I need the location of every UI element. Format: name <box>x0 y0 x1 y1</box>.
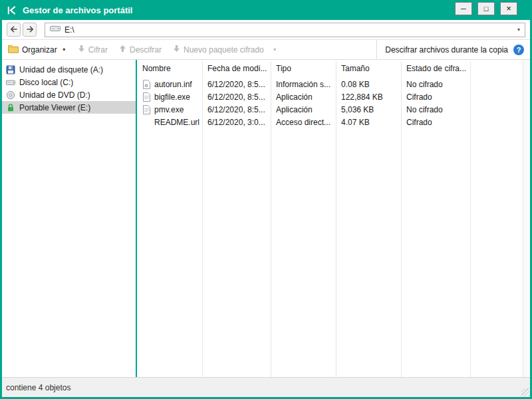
copy-option-label: Descifrar archivos durante la copia <box>385 45 508 55</box>
new-package-label: Nuevo paquete cifrado <box>184 45 264 55</box>
organize-caret-icon: ▼ <box>62 47 66 52</box>
forward-button[interactable] <box>23 23 37 37</box>
decrypt-label: Descifrar <box>130 45 162 55</box>
column-header[interactable]: Tamaño <box>341 60 370 77</box>
vertical-scrollbar[interactable] <box>523 60 530 377</box>
filelist-header: NombreFecha de modi...TipoTamañoEstado d… <box>137 60 523 77</box>
executable-file-icon <box>142 92 152 102</box>
column-header[interactable]: Nombre <box>142 60 171 77</box>
sidebar-item-label: Unidad de DVD (D:) <box>19 90 90 100</box>
file-type: Aplicación <box>276 91 313 104</box>
file-name: pmv.exe <box>154 104 184 116</box>
decrypt-arrow-icon <box>119 45 126 55</box>
forward-arrow-icon <box>26 24 34 36</box>
hard-disk-icon <box>6 78 15 87</box>
file-name: bigfile.exe <box>154 91 190 104</box>
file-type: Aplicación <box>276 104 313 116</box>
sidebar-item-label: Portable Viewer (E:) <box>19 103 90 112</box>
address-text: E:\ <box>65 25 74 35</box>
organize-button[interactable]: Organizar ▼ <box>8 45 66 55</box>
status-text: contiene 4 objetos <box>6 383 70 392</box>
copy-option-section: Descifrar archivos durante la copia ? <box>376 40 530 59</box>
column-header[interactable]: Tipo <box>276 60 291 77</box>
decrypt-button[interactable]: Descifrar <box>119 45 162 55</box>
file-date: 6/12/2020, 3:0... <box>207 116 265 129</box>
file-size: 4.07 KB <box>341 116 370 129</box>
resize-grip[interactable] <box>521 388 529 396</box>
file-list: NombreFecha de modi...TipoTamañoEstado d… <box>137 60 523 377</box>
dvd-drive-icon <box>6 90 15 100</box>
file-row[interactable]: autorun.inf6/12/2020, 8:5...Información … <box>137 78 523 91</box>
encrypt-button[interactable]: Cifrar <box>78 45 108 55</box>
address-bar[interactable]: E:\ ▾ <box>45 23 525 37</box>
back-arrow-icon <box>10 24 18 36</box>
file-size: 5,036 KB <box>341 104 374 116</box>
sidebar-item-label: Disco local (C:) <box>19 78 73 87</box>
column-header[interactable]: Estado de cifra... <box>406 60 466 77</box>
package-arrow-icon <box>173 45 180 55</box>
encrypt-label: Cifrar <box>88 45 108 55</box>
statusbar: contiene 4 objetos <box>2 377 530 397</box>
file-row[interactable]: pmv.exe6/12/2020, 8:5...Aplicación5,036 … <box>137 104 523 116</box>
organize-label: Organizar <box>22 45 57 55</box>
executable-file-icon <box>142 105 152 114</box>
sidebar-item[interactable]: Unidad de DVD (D:) <box>2 88 136 101</box>
toolbar: Organizar ▼ Cifrar Descifrar Nuevo paque… <box>2 40 530 60</box>
info-icon[interactable]: ? <box>513 45 524 55</box>
file-type: Acceso direct... <box>276 116 331 129</box>
maximize-button[interactable]: □ <box>477 2 495 15</box>
file-row[interactable]: README.url6/12/2020, 3:0...Acceso direct… <box>137 116 523 129</box>
sidebar-item[interactable]: Portable Viewer (E:) <box>2 101 136 114</box>
file-status: Cifrado <box>406 91 432 104</box>
file-status: Cifrado <box>406 116 432 129</box>
file-date: 6/12/2020, 8:5... <box>207 91 265 104</box>
file-status: No cifrado <box>406 104 443 116</box>
kaspersky-logo <box>7 5 17 15</box>
window-title: Gestor de archivos portátil <box>23 5 132 15</box>
new-package-caret-icon: ▼ <box>273 47 277 52</box>
main-area: Unidad de disquete (A:)Disco local (C:)U… <box>2 60 530 377</box>
file-type: Información s... <box>276 78 331 91</box>
file-size: 122,884 KB <box>341 91 383 104</box>
url-file-icon <box>142 118 152 127</box>
close-button[interactable]: × <box>500 2 517 15</box>
file-date: 6/12/2020, 8:5... <box>207 104 265 116</box>
window-controls: ─ □ × <box>455 2 517 15</box>
filelist-body: autorun.inf6/12/2020, 8:5...Información … <box>137 78 523 377</box>
new-encrypted-package-button[interactable]: Nuevo paquete cifrado ▼ <box>173 45 277 55</box>
drive-tree: Unidad de disquete (A:)Disco local (C:)U… <box>2 60 136 377</box>
minimize-button[interactable]: ─ <box>455 2 472 15</box>
back-button[interactable] <box>7 23 21 37</box>
file-name: autorun.inf <box>154 78 192 91</box>
file-status: No cifrado <box>406 78 443 91</box>
titlebar: Gestor de archivos portátil ─ □ × <box>0 0 532 20</box>
drive-icon <box>50 25 61 35</box>
file-name: README.url <box>154 116 200 129</box>
encrypt-arrow-icon <box>78 45 85 55</box>
file-row[interactable]: bigfile.exe6/12/2020, 8:5...Aplicación12… <box>137 91 523 104</box>
window-border-left <box>0 20 2 399</box>
column-header[interactable]: Fecha de modi... <box>207 60 267 77</box>
sidebar-item[interactable]: Disco local (C:) <box>2 76 136 88</box>
address-dropdown-icon[interactable]: ▾ <box>517 27 520 33</box>
portable-file-manager-window: Gestor de archivos portátil ─ □ × E:\ ▾ <box>0 0 532 399</box>
sidebar-item-label: Unidad de disquete (A:) <box>19 65 103 74</box>
folder-icon <box>8 45 19 55</box>
file-date: 6/12/2020, 8:5... <box>207 78 265 91</box>
sidebar-item[interactable]: Unidad de disquete (A:) <box>2 63 136 76</box>
navigation-bar: E:\ ▾ <box>2 20 530 40</box>
floppy-drive-icon <box>6 65 15 74</box>
encrypted-drive-lock-icon <box>6 103 15 112</box>
file-size: 0.08 KB <box>341 78 370 91</box>
autorun-file-icon <box>142 80 152 89</box>
